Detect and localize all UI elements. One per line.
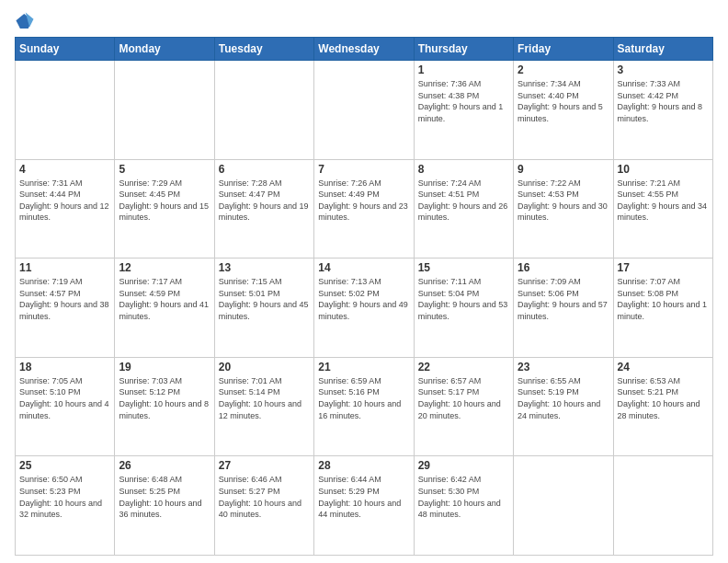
day-number: 6 xyxy=(219,163,310,176)
calendar-cell: 24Sunrise: 6:53 AM Sunset: 5:21 PM Dayli… xyxy=(613,357,712,456)
calendar-cell xyxy=(214,61,313,160)
day-number: 19 xyxy=(119,361,210,373)
week-row-2: 11Sunrise: 7:19 AM Sunset: 4:57 PM Dayli… xyxy=(16,259,713,358)
calendar-cell: 2Sunrise: 7:34 AM Sunset: 4:40 PM Daylig… xyxy=(514,61,613,160)
calendar-table: SundayMondayTuesdayWednesdayThursdayFrid… xyxy=(15,37,713,556)
day-number: 29 xyxy=(418,459,509,472)
day-info: Sunrise: 7:05 AM Sunset: 5:10 PM Dayligh… xyxy=(19,375,110,421)
day-info: Sunrise: 7:29 AM Sunset: 4:45 PM Dayligh… xyxy=(119,178,210,224)
calendar-cell: 28Sunrise: 6:44 AM Sunset: 5:29 PM Dayli… xyxy=(314,456,414,556)
day-number: 28 xyxy=(318,459,409,472)
day-number: 16 xyxy=(518,261,609,274)
day-of-week-wednesday: Wednesday xyxy=(314,38,414,61)
calendar-cell: 29Sunrise: 6:42 AM Sunset: 5:30 PM Dayli… xyxy=(414,456,513,556)
calendar-cell: 11Sunrise: 7:19 AM Sunset: 4:57 PM Dayli… xyxy=(16,259,115,358)
day-info: Sunrise: 7:34 AM Sunset: 4:40 PM Dayligh… xyxy=(518,78,609,124)
calendar-cell: 27Sunrise: 6:46 AM Sunset: 5:27 PM Dayli… xyxy=(214,456,313,556)
week-row-0: 1Sunrise: 7:36 AM Sunset: 4:38 PM Daylig… xyxy=(16,61,713,160)
day-number: 18 xyxy=(19,361,110,373)
day-number: 12 xyxy=(119,261,210,274)
day-number: 27 xyxy=(219,459,310,472)
day-info: Sunrise: 7:31 AM Sunset: 4:44 PM Dayligh… xyxy=(19,178,110,224)
day-info: Sunrise: 7:01 AM Sunset: 5:14 PM Dayligh… xyxy=(219,375,310,421)
header xyxy=(15,11,713,31)
calendar-cell: 20Sunrise: 7:01 AM Sunset: 5:14 PM Dayli… xyxy=(214,357,313,456)
calendar-cell: 25Sunrise: 6:50 AM Sunset: 5:23 PM Dayli… xyxy=(16,456,115,556)
day-info: Sunrise: 7:13 AM Sunset: 5:02 PM Dayligh… xyxy=(318,276,409,322)
day-number: 20 xyxy=(219,361,310,373)
calendar-cell: 15Sunrise: 7:11 AM Sunset: 5:04 PM Dayli… xyxy=(414,259,513,358)
day-number: 1 xyxy=(418,63,509,76)
calendar-cell xyxy=(514,456,613,556)
calendar-cell: 16Sunrise: 7:09 AM Sunset: 5:06 PM Dayli… xyxy=(514,259,613,358)
day-info: Sunrise: 6:50 AM Sunset: 5:23 PM Dayligh… xyxy=(19,474,110,520)
day-number: 23 xyxy=(518,361,609,373)
day-info: Sunrise: 7:26 AM Sunset: 4:49 PM Dayligh… xyxy=(318,178,409,224)
day-of-week-monday: Monday xyxy=(115,38,214,61)
calendar-cell: 12Sunrise: 7:17 AM Sunset: 4:59 PM Dayli… xyxy=(115,259,214,358)
day-number: 15 xyxy=(418,261,509,274)
day-number: 13 xyxy=(219,261,310,274)
day-info: Sunrise: 7:09 AM Sunset: 5:06 PM Dayligh… xyxy=(518,276,609,322)
day-number: 22 xyxy=(418,361,509,373)
day-number: 8 xyxy=(418,163,509,176)
day-info: Sunrise: 6:44 AM Sunset: 5:29 PM Dayligh… xyxy=(318,474,409,520)
calendar-cell: 6Sunrise: 7:28 AM Sunset: 4:47 PM Daylig… xyxy=(214,159,313,259)
day-info: Sunrise: 7:36 AM Sunset: 4:38 PM Dayligh… xyxy=(418,78,509,124)
day-number: 7 xyxy=(318,163,409,176)
calendar-cell: 23Sunrise: 6:55 AM Sunset: 5:19 PM Dayli… xyxy=(514,357,613,456)
day-of-week-saturday: Saturday xyxy=(613,38,712,61)
page: SundayMondayTuesdayWednesdayThursdayFrid… xyxy=(0,0,728,563)
calendar-cell xyxy=(314,61,414,160)
logo-icon xyxy=(15,11,35,31)
calendar-cell xyxy=(613,456,712,556)
day-info: Sunrise: 6:46 AM Sunset: 5:27 PM Dayligh… xyxy=(219,474,310,520)
day-info: Sunrise: 6:55 AM Sunset: 5:19 PM Dayligh… xyxy=(518,375,609,421)
day-number: 21 xyxy=(318,361,409,373)
day-number: 10 xyxy=(618,163,709,176)
day-of-week-friday: Friday xyxy=(514,38,613,61)
calendar-cell: 5Sunrise: 7:29 AM Sunset: 4:45 PM Daylig… xyxy=(115,159,214,259)
calendar-cell: 4Sunrise: 7:31 AM Sunset: 4:44 PM Daylig… xyxy=(16,159,115,259)
day-info: Sunrise: 7:28 AM Sunset: 4:47 PM Dayligh… xyxy=(219,178,310,224)
day-info: Sunrise: 7:11 AM Sunset: 5:04 PM Dayligh… xyxy=(418,276,509,322)
day-number: 11 xyxy=(19,261,110,274)
calendar-cell: 13Sunrise: 7:15 AM Sunset: 5:01 PM Dayli… xyxy=(214,259,313,358)
week-row-1: 4Sunrise: 7:31 AM Sunset: 4:44 PM Daylig… xyxy=(16,159,713,259)
calendar-cell: 3Sunrise: 7:33 AM Sunset: 4:42 PM Daylig… xyxy=(613,61,712,160)
day-number: 25 xyxy=(19,459,110,472)
calendar-cell: 1Sunrise: 7:36 AM Sunset: 4:38 PM Daylig… xyxy=(414,61,513,160)
calendar-cell: 10Sunrise: 7:21 AM Sunset: 4:55 PM Dayli… xyxy=(613,159,712,259)
calendar-cell: 14Sunrise: 7:13 AM Sunset: 5:02 PM Dayli… xyxy=(314,259,414,358)
day-info: Sunrise: 6:57 AM Sunset: 5:17 PM Dayligh… xyxy=(418,375,509,421)
calendar-cell xyxy=(115,61,214,160)
calendar-cell: 9Sunrise: 7:22 AM Sunset: 4:53 PM Daylig… xyxy=(514,159,613,259)
day-of-week-thursday: Thursday xyxy=(414,38,513,61)
day-info: Sunrise: 7:03 AM Sunset: 5:12 PM Dayligh… xyxy=(119,375,210,421)
day-info: Sunrise: 7:17 AM Sunset: 4:59 PM Dayligh… xyxy=(119,276,210,322)
day-info: Sunrise: 7:24 AM Sunset: 4:51 PM Dayligh… xyxy=(418,178,509,224)
week-row-3: 18Sunrise: 7:05 AM Sunset: 5:10 PM Dayli… xyxy=(16,357,713,456)
calendar-cell: 8Sunrise: 7:24 AM Sunset: 4:51 PM Daylig… xyxy=(414,159,513,259)
day-info: Sunrise: 7:19 AM Sunset: 4:57 PM Dayligh… xyxy=(19,276,110,322)
day-info: Sunrise: 7:21 AM Sunset: 4:55 PM Dayligh… xyxy=(618,178,709,224)
day-number: 3 xyxy=(618,63,709,76)
calendar-cell: 17Sunrise: 7:07 AM Sunset: 5:08 PM Dayli… xyxy=(613,259,712,358)
calendar-cell: 7Sunrise: 7:26 AM Sunset: 4:49 PM Daylig… xyxy=(314,159,414,259)
calendar-cell xyxy=(16,61,115,160)
day-info: Sunrise: 6:42 AM Sunset: 5:30 PM Dayligh… xyxy=(418,474,509,520)
day-number: 2 xyxy=(518,63,609,76)
day-of-week-sunday: Sunday xyxy=(16,38,115,61)
day-info: Sunrise: 7:15 AM Sunset: 5:01 PM Dayligh… xyxy=(219,276,310,322)
calendar-cell: 18Sunrise: 7:05 AM Sunset: 5:10 PM Dayli… xyxy=(16,357,115,456)
day-info: Sunrise: 7:22 AM Sunset: 4:53 PM Dayligh… xyxy=(518,178,609,224)
day-number: 26 xyxy=(119,459,210,472)
logo xyxy=(15,11,39,31)
day-info: Sunrise: 7:33 AM Sunset: 4:42 PM Dayligh… xyxy=(618,78,709,124)
calendar-cell: 26Sunrise: 6:48 AM Sunset: 5:25 PM Dayli… xyxy=(115,456,214,556)
week-row-4: 25Sunrise: 6:50 AM Sunset: 5:23 PM Dayli… xyxy=(16,456,713,556)
calendar-cell: 19Sunrise: 7:03 AM Sunset: 5:12 PM Dayli… xyxy=(115,357,214,456)
calendar-header: SundayMondayTuesdayWednesdayThursdayFrid… xyxy=(16,38,713,61)
day-number: 9 xyxy=(518,163,609,176)
day-number: 17 xyxy=(618,261,709,274)
